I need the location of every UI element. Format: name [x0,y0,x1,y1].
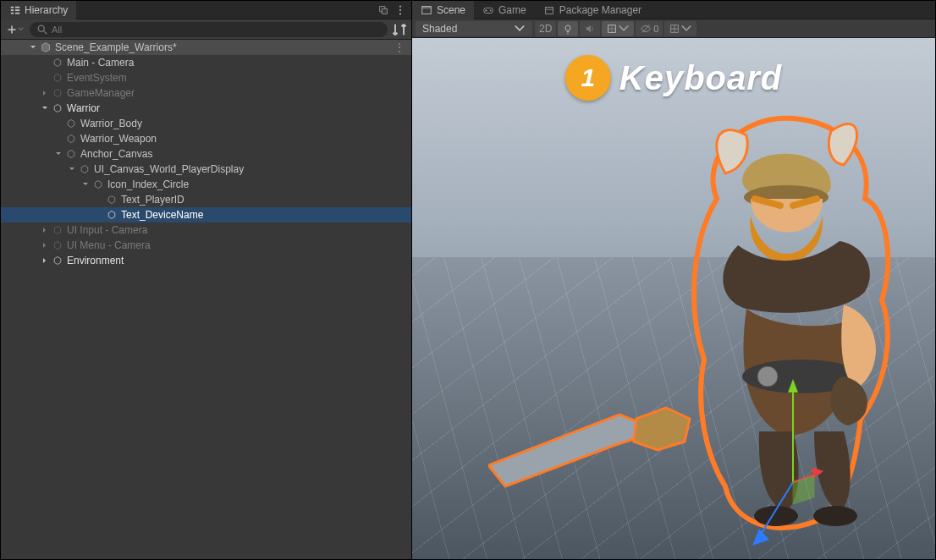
tree-item-ui-input-camera[interactable]: UI Input - Camera [1,222,411,238]
tree-item-event-system[interactable]: EventSystem [1,70,411,85]
player-display-canvas: 1 Keyboard [565,55,783,101]
tab-game-label: Game [498,4,526,16]
search-icon [36,24,48,36]
hidden-count: 0 [652,24,658,34]
svg-marker-18 [788,379,798,393]
gameobject-icon [65,118,77,129]
tree-label: Scene_Example_Warriors* [53,41,177,53]
gameobject-icon [52,224,63,236]
tree-item-anchor-canvas[interactable]: Anchor_Canvas [1,146,411,162]
tab-hierarchy-label: Hierarchy [25,4,68,16]
gameobject-icon [52,72,63,84]
tree-item-game-manager[interactable]: GameManager [1,85,411,101]
search-input[interactable] [52,25,381,35]
device-name-text: Keyboard [619,59,783,97]
grid-icon [669,23,680,35]
tree-item-ui-canvas-world[interactable]: UI_Canvas_World_PlayerDisplay [1,162,411,177]
hierarchy-tabbar: Hierarchy [1,1,411,19]
tree-label: GameManager [65,87,135,99]
gameobject-icon [65,133,77,145]
transform-gizmo[interactable] [768,372,844,550]
tab-package-manager-label: Package Manager [559,4,641,16]
toggle-audio-button[interactable] [580,21,600,36]
tree-label: UI Menu - Camera [65,239,151,251]
gameobject-icon [106,209,118,221]
tree-item-text-player-id[interactable]: Text_PlayerID [1,192,411,207]
chevron-down-icon [618,23,630,35]
svg-rect-5 [422,6,432,8]
draw-mode-label: Shaded [422,23,457,35]
svg-marker-23 [793,475,814,504]
hierarchy-panel: Hierarchy [1,1,412,559]
tree-item-environment[interactable]: Environment [1,253,411,268]
foldout-icon[interactable] [40,90,50,96]
tree-item-warrior-weapon[interactable]: Warrior_Weapon [1,131,411,146]
tree-item-icon-index-circle[interactable]: Icon_Index_Circle [1,177,411,192]
svg-point-1 [399,8,401,10]
gameobject-icon [79,163,91,175]
player-index-text: 1 [581,63,595,92]
search-input-wrapper[interactable] [30,22,388,37]
tree-label: Icon_Index_Circle [106,178,189,190]
row-menu-icon[interactable]: ⋮ [394,41,411,53]
tree-label: Text_DeviceName [119,209,203,221]
tab-scene[interactable]: Scene [412,1,474,19]
scene-toolbar: Shaded 2D 0 [412,19,935,38]
svg-rect-8 [545,7,553,14]
foldout-icon[interactable] [53,151,63,157]
tree-label: Warrior [65,102,100,114]
tree-label: Text_PlayerID [119,194,184,206]
scene-viewport[interactable]: 1 Keyboard [412,38,935,559]
tree-label: Warrior_Body [79,118,142,129]
gameobject-icon [52,239,63,251]
gameobject-icon [52,87,63,99]
svg-point-3 [38,25,44,31]
create-button[interactable] [4,22,26,37]
package-icon [543,4,555,16]
hierarchy-tree[interactable]: Scene_Example_Warriors* ⋮ Main - Camera … [1,40,411,559]
tree-item-text-device-name[interactable]: Text_DeviceName [1,207,411,222]
foldout-icon[interactable] [67,166,77,173]
gameobject-icon [65,148,77,160]
panel-popout-icon[interactable] [377,4,389,16]
tree-item-main-camera[interactable]: Main - Camera [1,55,411,70]
toggle-lighting-button[interactable] [558,21,578,36]
foldout-icon[interactable] [40,105,50,112]
audio-icon [584,23,596,35]
foldout-icon[interactable] [80,181,91,188]
tree-item-warrior-body[interactable]: Warrior_Body [1,116,411,131]
tree-label: Warrior_Weapon [79,133,157,145]
scene-panel: Scene Game Package Manager Shaded 2D [412,1,935,559]
tree-item-ui-menu-camera[interactable]: UI Menu - Camera [1,238,411,253]
gameobject-icon [106,194,118,206]
tree-item-warrior[interactable]: Warrior [1,101,411,116]
tree-label: UI Input - Camera [65,224,147,236]
draw-mode-dropdown[interactable]: Shaded [416,21,532,36]
tree-label: UI_Canvas_World_PlayerDisplay [92,163,244,175]
scene-root[interactable]: Scene_Example_Warriors* ⋮ [1,40,411,55]
foldout-icon[interactable] [40,227,50,233]
tree-label: Anchor_Canvas [79,148,152,160]
chevron-down-icon [680,23,692,35]
foldout-icon[interactable] [40,257,50,264]
hierarchy-icon [9,4,21,16]
panel-menu-icon[interactable] [394,4,406,16]
grid-snap-button[interactable] [664,21,696,36]
player-index-badge: 1 [565,55,611,101]
game-icon [482,4,494,16]
toggle-2d-button[interactable]: 2D [535,21,556,36]
tab-game[interactable]: Game [474,1,535,19]
lightbulb-icon [562,23,574,35]
scene-tabbar: Scene Game Package Manager [412,1,935,19]
toggle-fx-button[interactable] [602,21,634,36]
sort-button[interactable] [391,22,408,37]
tab-hierarchy[interactable]: Hierarchy [1,1,76,19]
eye-off-icon [640,23,652,35]
tree-label: Environment [65,255,124,266]
foldout-icon[interactable] [28,44,38,51]
foldout-icon[interactable] [40,242,50,249]
hidden-objects-button[interactable]: 0 [636,21,663,36]
tab-package-manager[interactable]: Package Manager [535,1,650,19]
toggle-2d-label: 2D [539,23,552,35]
gameobject-icon [52,102,63,114]
